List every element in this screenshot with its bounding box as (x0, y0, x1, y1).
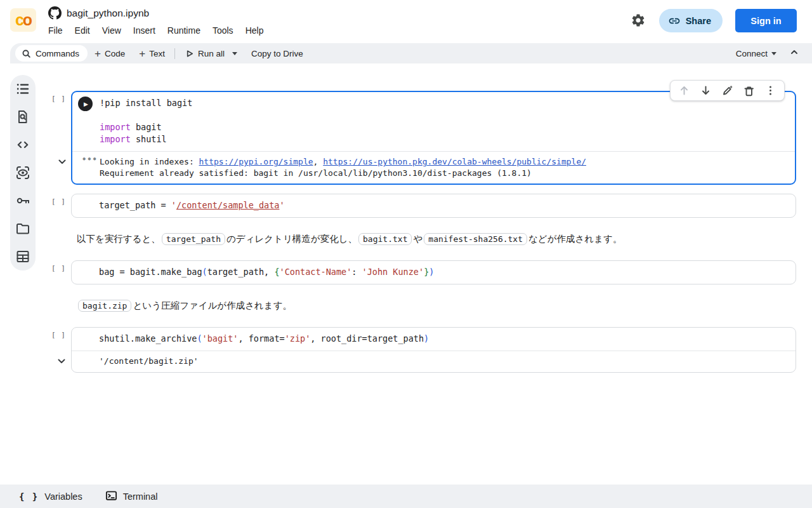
output-text: '/content/bagit.zip' (99, 356, 199, 366)
menu-help[interactable]: Help (246, 25, 264, 36)
output-text: Requirement already satisfied: bagit in … (100, 168, 532, 178)
code-token: : (351, 267, 362, 277)
data-table-icon[interactable] (15, 249, 30, 264)
run-all-button[interactable]: Run all (178, 45, 244, 62)
commands-button[interactable]: Commands (15, 45, 88, 62)
markdown-text: のディレクトリ構造が変化し、 (226, 234, 357, 244)
app-header: co bagit_python.ipynb FileEditViewInsert… (0, 0, 812, 41)
edit-with-ai-icon[interactable] (721, 84, 733, 97)
code-token: ) (429, 267, 434, 277)
commands-label: Commands (36, 49, 79, 58)
code-token: , root_dir=target_path (310, 333, 424, 344)
markdown-cell[interactable]: bagit.zipという圧縮ファイルが作成されます。 (77, 297, 796, 314)
menu-insert[interactable]: Insert (133, 25, 155, 36)
terminal-button[interactable]: Terminal (105, 490, 158, 504)
collapse-output-icon[interactable] (56, 356, 67, 366)
share-label: Share (686, 16, 711, 26)
code-line: import shutil (100, 133, 790, 145)
variables-button[interactable]: { } Variables (19, 491, 82, 502)
play-outline-icon (185, 49, 194, 58)
copy-to-drive-label: Copy to Drive (251, 49, 303, 58)
code-token: target_path = (99, 200, 171, 210)
menu-view[interactable]: View (102, 25, 121, 36)
menu-tools[interactable]: Tools (213, 25, 233, 36)
run-all-dropdown-caret[interactable] (232, 52, 237, 55)
inline-code: target_path (162, 233, 225, 245)
add-text-button[interactable]: + Text (132, 45, 172, 62)
cell-toolbar (670, 80, 785, 101)
move-cell-up-icon[interactable] (678, 84, 690, 97)
plus-icon: + (95, 48, 101, 59)
files-folder-icon[interactable] (15, 221, 30, 236)
connect-dropdown-caret[interactable] (771, 52, 776, 55)
menubar: FileEditViewInsertRuntimeToolsHelp (48, 25, 263, 36)
notebook-cell-row: [ ]shutil.make_archive('bagit', format='… (71, 327, 796, 373)
secrets-key-icon[interactable] (15, 193, 30, 208)
code-link[interactable]: /content/sample_data (176, 200, 280, 210)
code-cell[interactable]: target_path = '/content/sample_data' (71, 194, 796, 218)
connect-button[interactable]: Connect (736, 49, 776, 58)
notebook-cell-row: [ ]target_path = '/content/sample_data' (71, 194, 796, 218)
output-link[interactable]: https://pypi.org/simple (199, 157, 313, 166)
code-editor[interactable]: shutil.make_archive('bagit', format='zip… (72, 328, 796, 351)
move-cell-down-icon[interactable] (700, 84, 712, 97)
notebook-cell-row: [ ]bag = bagit.make_bag(target_path, {'C… (71, 260, 796, 284)
code-snippets-icon[interactable] (15, 137, 30, 152)
code-token: , format= (238, 333, 284, 344)
settings-gear-icon[interactable] (631, 13, 646, 28)
inline-code: bagit.zip (78, 300, 131, 312)
output-line: Looking in indexes: https://pypi.org/sim… (100, 156, 790, 168)
github-icon[interactable] (48, 6, 62, 20)
code-token: bag = bagit.make_bag (99, 267, 202, 277)
share-button[interactable]: Share (659, 9, 723, 32)
menu-runtime[interactable]: Runtime (167, 25, 200, 36)
output-actions-icon[interactable]: ••• (82, 154, 98, 166)
code-token: ) (424, 333, 429, 344)
code-cell[interactable]: ▶!pip install bagit import bagitimport s… (71, 91, 796, 185)
code-cell[interactable]: shutil.make_archive('bagit', format='zip… (71, 327, 796, 373)
markdown-text: という圧縮ファイルが作成されます。 (133, 300, 292, 311)
add-code-label: Code (105, 49, 125, 58)
more-cell-actions-icon[interactable] (764, 84, 776, 97)
code-token: ( (202, 267, 207, 277)
markdown-cell[interactable]: 以下を実行すると、target_pathのディレクトリ構造が変化し、bagit.… (77, 231, 796, 248)
execution-indicator[interactable]: [ ] (51, 331, 66, 339)
menu-edit[interactable]: Edit (75, 25, 90, 36)
colab-logo[interactable]: co (10, 8, 36, 32)
sign-in-button[interactable]: Sign in (735, 9, 797, 32)
find-and-replace-icon[interactable] (15, 109, 30, 124)
colab-logo-left: c (15, 11, 23, 29)
menu-file[interactable]: File (48, 25, 63, 36)
code-token: ( (197, 333, 202, 344)
code-line: shutil.make_archive('bagit', format='zip… (99, 333, 790, 345)
inspector-eye-icon[interactable] (15, 165, 30, 180)
copy-to-drive-button[interactable]: Copy to Drive (244, 45, 310, 62)
code-token: !pip install bagit (100, 98, 192, 108)
code-editor[interactable]: bag = bagit.make_bag(target_path, {'Cont… (72, 261, 796, 284)
add-code-button[interactable]: + Code (88, 45, 132, 62)
code-line (100, 109, 790, 121)
output-link[interactable]: https://us-python.pkg.dev/colab-wheels/p… (323, 157, 586, 166)
code-token: bagit (131, 122, 162, 132)
execution-indicator[interactable]: [ ] (51, 95, 66, 103)
collapse-toolbar-icon[interactable] (789, 47, 799, 60)
output-text: , (313, 157, 324, 166)
left-sidebar (10, 75, 36, 271)
toolbar-divider (174, 48, 175, 59)
code-token: import (100, 122, 131, 132)
code-token: 'John Kunze' (362, 267, 424, 277)
execution-indicator[interactable]: [ ] (51, 264, 66, 272)
code-cell[interactable]: bag = bagit.make_bag(target_path, {'Cont… (71, 260, 796, 284)
code-token: import (100, 134, 131, 144)
code-line: import bagit (100, 121, 790, 133)
notebook-title[interactable]: bagit_python.ipynb (67, 8, 149, 19)
notebook-toolbar: Commands + Code + Text Run all Copy to D… (10, 43, 812, 64)
markdown-text: 以下を実行すると、 (77, 234, 160, 244)
collapse-output-icon[interactable] (57, 157, 67, 167)
code-token: shutil (131, 134, 167, 144)
table-of-contents-icon[interactable] (15, 81, 30, 97)
execution-indicator[interactable]: [ ] (51, 197, 66, 206)
delete-cell-icon[interactable] (743, 84, 755, 97)
run-cell-button[interactable]: ▶ (78, 97, 93, 111)
code-editor[interactable]: target_path = '/content/sample_data' (72, 194, 796, 217)
